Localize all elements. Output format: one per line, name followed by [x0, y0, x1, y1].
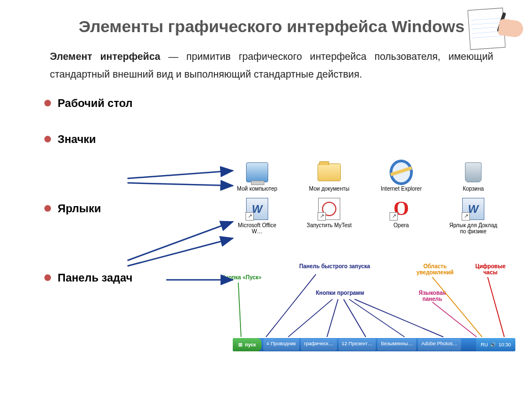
label-quick-launch: Панель быстрого запуска: [299, 263, 370, 269]
my-computer-icon: Мой компьютер: [233, 161, 282, 192]
tray-lang: RU: [480, 342, 488, 347]
bullet-dot-icon: [44, 100, 51, 106]
svg-line-11: [349, 299, 405, 337]
icons-row-1: Мой компьютер Мои документы Internet Exp…: [233, 161, 504, 192]
desktop-icons-area: Мой компьютер Мои документы Internet Exp…: [233, 161, 504, 240]
recycle-bin-icon: Корзина: [449, 161, 498, 192]
icon-label: Мой компьютер: [237, 186, 278, 192]
taskbar-button: 12 Презент…: [339, 339, 376, 351]
shortcut-arrow-icon: ↗: [318, 212, 326, 221]
definition-term: Элемент интерфейса: [50, 51, 160, 62]
label-notification-area: Область уведомлений: [410, 263, 460, 275]
icon-label: Microsoft Office W…: [233, 222, 282, 234]
svg-line-10: [344, 299, 366, 337]
bullet-label: Панель задач: [58, 272, 132, 284]
label-start-button: Кнопка «Пуск»: [222, 274, 262, 280]
start-button: ⊞пуск: [233, 338, 262, 351]
taskbar-button: ≡ Проводник: [263, 339, 299, 351]
mytest-shortcut-icon: ↗ Запустить MyTest: [305, 197, 354, 234]
taskbar-button: Adobe Photos…: [418, 339, 461, 351]
icon-label: Opera: [393, 222, 409, 228]
bullet-desktop: Рабочий стол: [44, 97, 499, 110]
opera-shortcut-icon: O↗ Opera: [377, 197, 426, 234]
notepad-illustration: [464, 8, 520, 52]
slide-title: Элементы графического интерфейса Windows: [44, 17, 499, 37]
bullet-icons: Значки: [44, 133, 499, 146]
bullet-dot-icon: [44, 136, 51, 142]
taskbar: ⊞пуск ≡ Проводник грaфическ… 12 Презент……: [233, 338, 515, 351]
definition-text: Элемент интерфейса — примитив графическо…: [50, 48, 493, 84]
start-label: пуск: [245, 342, 256, 347]
shortcut-arrow-icon: ↗: [245, 212, 254, 221]
svg-line-12: [355, 299, 443, 337]
label-program-buttons: Кнопки программ: [316, 290, 364, 296]
bullet-label: Ярлыки: [58, 202, 101, 215]
taskbar-button: Безымянны…: [377, 339, 416, 351]
icon-label: Internet Explorer: [381, 186, 422, 192]
icons-row-2: W↗ Microsoft Office W… ↗ Запустить MyTes…: [233, 197, 504, 234]
shortcut-arrow-icon: ↗: [462, 212, 470, 221]
icon-label: Мои документы: [309, 186, 350, 192]
svg-line-14: [432, 302, 477, 337]
bullet-dot-icon: [44, 205, 51, 212]
label-language-panel: Языковая панель: [410, 290, 454, 302]
tray-clock: 10:30: [498, 342, 511, 347]
icon-label: Запустить MyTest: [306, 222, 351, 228]
bullet-label: Рабочий стол: [58, 97, 132, 110]
svg-line-8: [288, 299, 332, 337]
bullet-label: Значки: [58, 133, 96, 146]
system-tray: RU 🔊 10:30: [476, 338, 515, 351]
doc-shortcut-icon: W↗ Ярлык для Доклад по физике: [449, 197, 498, 234]
icon-label: Ярлык для Доклад по физике: [449, 222, 498, 234]
bullet-dot-icon: [44, 274, 51, 281]
ms-word-shortcut-icon: W↗ Microsoft Office W…: [233, 197, 282, 234]
ie-icon: Internet Explorer: [377, 161, 426, 192]
shortcut-arrow-icon: ↗: [390, 212, 398, 221]
taskbar-button: грaфическ…: [301, 339, 337, 351]
label-digital-clock: Цифровые часы: [471, 263, 510, 275]
svg-line-9: [327, 299, 338, 337]
icon-label: Корзина: [463, 186, 484, 192]
my-documents-icon: Мои документы: [305, 161, 354, 192]
